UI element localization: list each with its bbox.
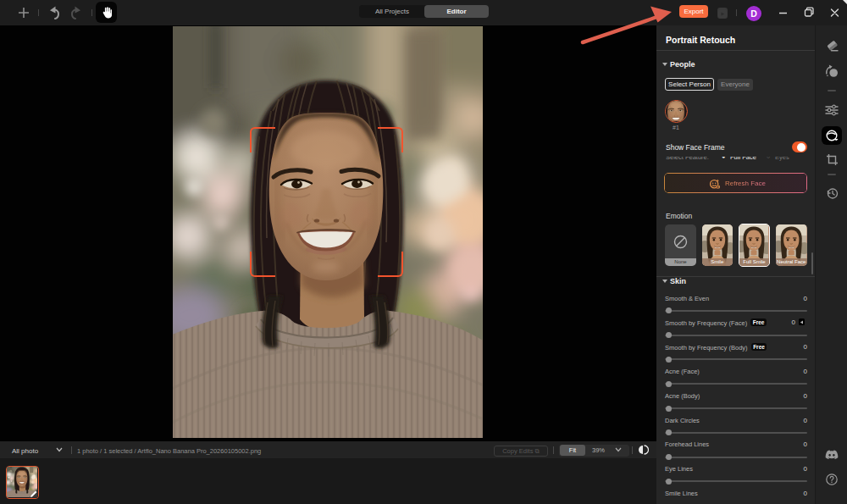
svg-text:AI: AI [717, 186, 719, 189]
